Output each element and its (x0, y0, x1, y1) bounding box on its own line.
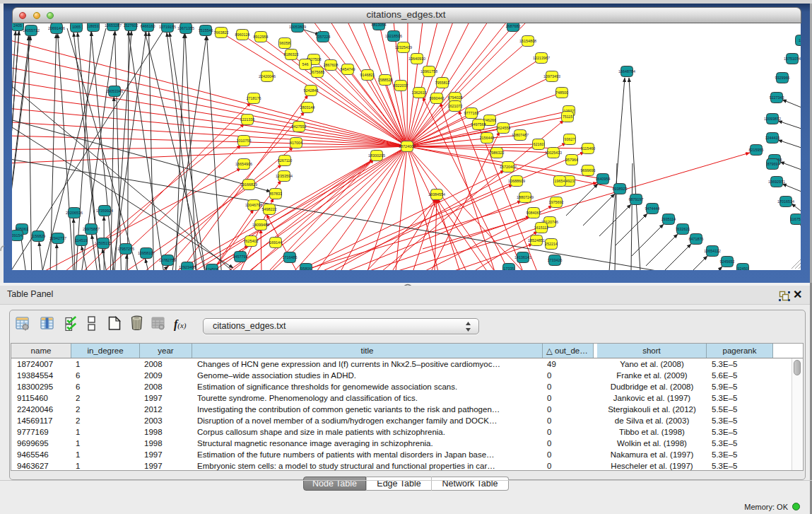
svg-text:9329966: 9329966 (775, 76, 790, 80)
svg-text:6879197: 6879197 (629, 197, 644, 201)
svg-text:9245652: 9245652 (720, 259, 735, 264)
svg-text:10654112: 10654112 (704, 249, 721, 253)
svg-text:1621072: 1621072 (448, 104, 463, 108)
svg-text:62160: 62160 (534, 142, 544, 146)
svg-text:1527602: 1527602 (124, 23, 139, 28)
svg-text:10961758: 10961758 (420, 69, 437, 74)
svg-text:8454749: 8454749 (341, 67, 355, 71)
svg-text:10025433: 10025433 (545, 151, 562, 155)
svg-text:15751074: 15751074 (784, 57, 801, 61)
svg-text:1733426: 1733426 (548, 258, 563, 262)
svg-text:1221336: 1221336 (240, 117, 255, 122)
svg-text:9146821: 9146821 (360, 73, 375, 77)
svg-text:10053809: 10053809 (289, 25, 306, 29)
svg-text:1362615: 1362615 (412, 90, 427, 95)
svg-text:7986322: 7986322 (490, 151, 505, 155)
svg-text:18807249: 18807249 (517, 195, 534, 199)
svg-text:16654906: 16654906 (235, 162, 252, 166)
svg-text:12942737: 12942737 (49, 236, 66, 240)
svg-text:2867608: 2867608 (324, 63, 339, 67)
svg-text:95806: 95806 (301, 267, 312, 270)
svg-text:16154808: 16154808 (519, 39, 536, 43)
svg-text:10973493: 10973493 (543, 74, 560, 78)
svg-text:12923466: 12923466 (179, 265, 196, 269)
svg-text:10719155: 10719155 (159, 25, 176, 29)
svg-text:8912954: 8912954 (254, 35, 269, 39)
svg-text:2935114: 2935114 (661, 217, 676, 221)
svg-text:1156829: 1156829 (31, 234, 46, 238)
svg-text:116753: 116753 (790, 217, 801, 221)
svg-text:87969: 87969 (767, 162, 778, 166)
svg-text:8427552: 8427552 (292, 124, 307, 129)
svg-text:9242848: 9242848 (304, 88, 319, 93)
svg-text:857833: 857833 (269, 192, 282, 196)
svg-text:9777169: 9777169 (464, 111, 479, 115)
svg-text:15692971: 15692971 (768, 180, 785, 184)
svg-text:7955812: 7955812 (435, 81, 450, 85)
svg-text:19654: 19654 (555, 179, 565, 183)
svg-text:3267110: 3267110 (278, 158, 293, 163)
svg-text:10046798: 10046798 (245, 203, 262, 207)
svg-text:9084067: 9084067 (526, 211, 541, 215)
svg-text:1065: 1065 (72, 25, 81, 29)
svg-text:15720407: 15720407 (500, 165, 517, 169)
svg-text:1244415: 1244415 (765, 136, 780, 140)
svg-text:2803144: 2803144 (300, 105, 315, 110)
svg-text:10688609: 10688609 (508, 179, 525, 183)
svg-text:957964: 957964 (565, 158, 578, 162)
svg-text:10958107: 10958107 (138, 251, 155, 255)
svg-text:10653287: 10653287 (105, 23, 122, 28)
svg-text:12353594: 12353594 (276, 174, 293, 178)
svg-text:9699695: 9699695 (581, 168, 596, 173)
svg-text:16648784: 16648784 (618, 69, 635, 74)
svg-text:29975887: 29975887 (83, 227, 100, 231)
svg-text:18300295: 18300295 (368, 153, 385, 158)
svg-text:114519: 114519 (75, 238, 88, 243)
svg-text:6794028: 6794028 (448, 95, 463, 100)
svg-text:1975692: 1975692 (549, 200, 564, 204)
svg-text:124506: 124506 (206, 267, 218, 270)
svg-text:2405: 2405 (13, 23, 22, 28)
svg-text:8322037: 8322037 (394, 83, 408, 88)
svg-text:12505135: 12505135 (95, 241, 112, 245)
svg-text:14055712: 14055712 (23, 28, 40, 33)
svg-text:8813054: 8813054 (372, 23, 387, 27)
svg-text:1640954: 1640954 (596, 177, 611, 181)
svg-text:9227343: 9227343 (770, 95, 784, 100)
svg-text:20691406: 20691406 (48, 26, 65, 30)
svg-text:9474444: 9474444 (645, 206, 660, 211)
svg-text:39154: 39154 (12, 233, 23, 238)
svg-text:14099489: 14099489 (252, 223, 269, 227)
svg-text:17359924: 17359924 (96, 209, 113, 213)
svg-text:1010755: 1010755 (237, 139, 252, 143)
svg-text:2156446: 2156446 (480, 136, 495, 140)
svg-text:7625402: 7625402 (244, 239, 259, 243)
svg-text:19218506: 19218506 (385, 34, 402, 38)
svg-text:1588520: 1588520 (378, 78, 393, 82)
svg-text:17335: 17335 (504, 267, 514, 270)
svg-text:6466160: 6466160 (141, 24, 155, 28)
svg-text:2687682: 2687682 (506, 24, 521, 28)
svg-text:8990443: 8990443 (430, 96, 445, 100)
svg-text:75115: 75115 (563, 115, 573, 119)
svg-text:8215955: 8215955 (749, 148, 764, 152)
svg-text:16782759: 16782759 (159, 258, 176, 262)
svg-text:7515546: 7515546 (199, 28, 213, 33)
svg-text:10807487: 10807487 (512, 133, 529, 137)
svg-text:18653: 18653 (88, 24, 99, 28)
svg-text:8960124: 8960124 (235, 33, 250, 37)
svg-text:417004: 417004 (290, 141, 302, 145)
svg-text:3624554: 3624554 (496, 126, 511, 130)
svg-text:169144: 169144 (269, 240, 282, 245)
svg-text:8471876: 8471876 (689, 237, 704, 241)
svg-text:96058: 96058 (280, 41, 290, 45)
svg-text:8938923: 8938923 (613, 187, 628, 191)
svg-text:14136141: 14136141 (514, 255, 531, 259)
svg-text:9457791: 9457791 (233, 255, 248, 259)
svg-text:10671355: 10671355 (177, 26, 194, 30)
svg-text:111: 111 (799, 38, 801, 42)
svg-text:12093872: 12093872 (764, 117, 781, 121)
svg-text:1716485: 1716485 (283, 255, 298, 259)
svg-text:93627: 93627 (565, 137, 575, 141)
svg-text:20206536: 20206536 (66, 211, 83, 215)
